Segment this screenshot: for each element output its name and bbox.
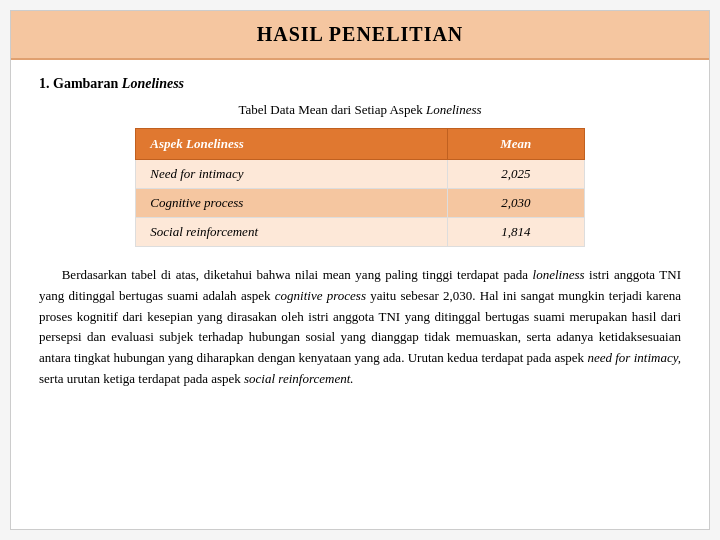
col2-header: Mean bbox=[447, 129, 584, 160]
table-row: Cognitive process2,030 bbox=[136, 189, 584, 218]
table-cell-aspek: Social reinforcement bbox=[136, 218, 448, 247]
table-caption: Tabel Data Mean dari Setiap Aspek Loneli… bbox=[39, 102, 681, 118]
table-row: Social reinforcement1,814 bbox=[136, 218, 584, 247]
slide-body: 1. Gambaran Loneliness Tabel Data Mean d… bbox=[11, 60, 709, 400]
table-cell-aspek: Cognitive process bbox=[136, 189, 448, 218]
col1-header: Aspek Loneliness bbox=[136, 129, 448, 160]
table-cell-mean: 1,814 bbox=[447, 218, 584, 247]
body-text: Berdasarkan tabel di atas, diketahui bah… bbox=[39, 265, 681, 390]
slide-header: HASIL PENELITIAN bbox=[11, 11, 709, 60]
section-title: 1. Gambaran Loneliness bbox=[39, 76, 681, 92]
table-cell-aspek: Need for intimacy bbox=[136, 160, 448, 189]
header-title: HASIL PENELITIAN bbox=[257, 23, 464, 45]
table-row: Need for intimacy2,025 bbox=[136, 160, 584, 189]
table-cell-mean: 2,030 bbox=[447, 189, 584, 218]
table-cell-mean: 2,025 bbox=[447, 160, 584, 189]
data-table: Aspek Loneliness Mean Need for intimacy2… bbox=[135, 128, 584, 247]
slide-container: HASIL PENELITIAN 1. Gambaran Loneliness … bbox=[10, 10, 710, 530]
